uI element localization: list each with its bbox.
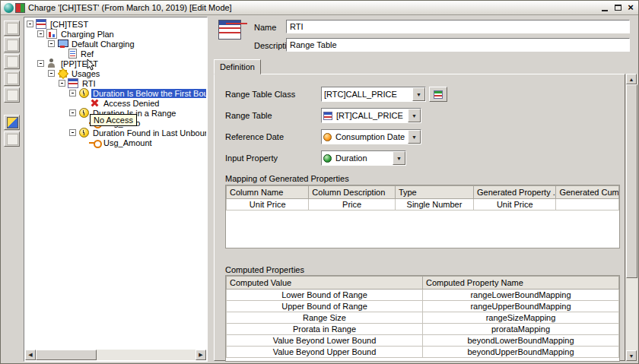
input-property-label: Input Property bbox=[225, 154, 278, 163]
tree-item-duration-last-unbounded[interactable]: Duration Found in Last Unbounded bbox=[25, 128, 206, 138]
range-table-class-label: Range Table Class bbox=[225, 90, 295, 99]
tree-item-charge[interactable]: [CH]TEST bbox=[25, 19, 206, 29]
tree-item-usages[interactable]: Usages bbox=[25, 68, 206, 78]
column-header[interactable]: Column Description bbox=[309, 186, 396, 199]
main-area: [CH]TEST Charging Plan Default Charging … bbox=[1, 15, 638, 363]
scrollbar-thumb[interactable] bbox=[626, 84, 637, 278]
column-header[interactable]: Computed Value bbox=[227, 277, 423, 290]
table-icon bbox=[323, 112, 332, 120]
name-field[interactable]: RTI bbox=[286, 20, 630, 33]
chevron-down-icon[interactable]: ▼ bbox=[412, 87, 425, 101]
table-icon bbox=[434, 90, 443, 99]
tree-item-duration-below-first-bound[interactable]: Duration Is Below the First Bound bbox=[25, 88, 206, 98]
tree-item-rti[interactable]: RTI bbox=[25, 78, 206, 88]
scrollbar-thumb[interactable] bbox=[36, 350, 97, 360]
maximize-icon bbox=[615, 5, 622, 11]
toolbar-button-7[interactable] bbox=[4, 131, 20, 147]
charge-grid-icon bbox=[36, 19, 46, 29]
collapse-toggle-icon[interactable] bbox=[37, 30, 44, 37]
computed-section-title: Computed Properties bbox=[225, 265, 304, 274]
collapse-toggle-icon[interactable] bbox=[69, 129, 76, 136]
tree-item-access-denied[interactable]: Access Denied bbox=[25, 98, 206, 108]
table-row[interactable]: Range Size rangeSizeMapping bbox=[227, 312, 619, 324]
tree-item-charging-plan[interactable]: Charging Plan bbox=[25, 29, 206, 39]
duration-clock-icon bbox=[78, 88, 89, 98]
column-header[interactable]: Type bbox=[395, 186, 473, 199]
input-property-combo[interactable]: Duration ▼ bbox=[321, 150, 406, 166]
chevron-down-icon[interactable]: ▼ bbox=[408, 130, 421, 144]
toolbar-button-5[interactable] bbox=[4, 87, 20, 103]
maximize-button[interactable] bbox=[612, 2, 624, 13]
reference-date-label: Reference Date bbox=[225, 132, 284, 141]
charge-window-icon bbox=[15, 3, 25, 13]
tree-panel: [CH]TEST Charging Plan Default Charging … bbox=[24, 17, 208, 362]
tree-item-price-plan[interactable]: [PP]TEST bbox=[25, 59, 206, 68]
scroll-up-icon[interactable]: ▲ bbox=[626, 74, 637, 84]
table-row[interactable]: Prorata in Range prorataMapping bbox=[227, 324, 619, 335]
table-row[interactable]: Value Beyond Upper Bound beyondUpperBoun… bbox=[227, 347, 619, 358]
range-table-icon bbox=[68, 78, 78, 88]
table-row[interactable]: Upper Bound of Range rangeUpperBoundMapp… bbox=[227, 301, 619, 312]
tab-definition[interactable]: Definition bbox=[214, 59, 261, 74]
scroll-right-icon[interactable]: ▶ bbox=[196, 350, 206, 360]
collapse-toggle-icon[interactable] bbox=[27, 21, 33, 27]
usages-icon bbox=[57, 68, 68, 78]
computed-table: Computed Value Computed Property Name Lo… bbox=[226, 276, 619, 358]
close-button[interactable] bbox=[625, 2, 637, 13]
mapping-section-title: Mapping of Generated Properties bbox=[225, 174, 349, 183]
scroll-left-icon[interactable]: ◀ bbox=[25, 350, 36, 360]
toolbar-button-2[interactable] bbox=[4, 37, 20, 52]
duration-clock-icon bbox=[78, 108, 89, 118]
table-row[interactable]: Value Beyond Lower Bound beyondLowerBoun… bbox=[227, 335, 619, 347]
collapse-toggle-icon[interactable] bbox=[37, 60, 44, 67]
description-field[interactable]: Range Table bbox=[286, 38, 630, 52]
collapse-toggle-icon[interactable] bbox=[69, 109, 76, 116]
consumption-date-icon bbox=[323, 133, 332, 141]
ref-icon bbox=[68, 49, 77, 59]
chevron-down-icon[interactable]: ▼ bbox=[393, 151, 405, 165]
minimize-icon bbox=[602, 10, 608, 11]
tree: [CH]TEST Charging Plan Default Charging … bbox=[25, 19, 206, 349]
collapse-toggle-icon[interactable] bbox=[69, 90, 76, 97]
toolbar-button-3[interactable] bbox=[4, 54, 20, 69]
toolbar-button-report[interactable] bbox=[4, 115, 20, 130]
definition-panel: Range Table Class [RTC]CALL_PRICE ▼ Rang… bbox=[214, 74, 625, 361]
detail-panel: Name RTI Description Range Table Definit… bbox=[212, 15, 637, 362]
tree-item-usg-amount-2[interactable]: Usg_Amount bbox=[25, 138, 206, 147]
tree-horizontal-scrollbar[interactable]: ◀ ▶ bbox=[25, 350, 206, 360]
range-table-combo[interactable]: [RT]CALL_PRICE ▼ bbox=[321, 108, 421, 123]
scroll-down-icon[interactable]: ▼ bbox=[626, 350, 637, 361]
duration-property-icon bbox=[323, 154, 332, 163]
column-header[interactable]: Computed Property Name bbox=[423, 277, 619, 290]
minimize-button[interactable] bbox=[599, 2, 611, 13]
column-header[interactable]: Generated Property ... bbox=[474, 186, 556, 199]
no-access-tooltip: No Access bbox=[90, 114, 137, 126]
collapse-toggle-icon[interactable] bbox=[48, 40, 55, 47]
range-table-large-icon bbox=[218, 20, 241, 40]
table-row[interactable]: Unit Price Price Single Number Unit Pric… bbox=[227, 199, 619, 210]
price-plan-icon bbox=[46, 59, 57, 68]
app-sphere-icon bbox=[4, 3, 14, 13]
collapse-toggle-icon[interactable] bbox=[59, 80, 65, 87]
range-table-class-combo[interactable]: [RTC]CALL_PRICE ▼ bbox=[321, 87, 426, 102]
table-row[interactable]: Lower Bound of Range rangeLowerBoundMapp… bbox=[227, 290, 619, 301]
tree-item-ref[interactable]: Ref bbox=[25, 49, 206, 59]
title-bar[interactable]: Charge '[CH]TEST' (From March 10, 2019) … bbox=[1, 1, 638, 15]
window-title: Charge '[CH]TEST' (From March 10, 2019) … bbox=[28, 3, 232, 12]
open-range-table-class-button[interactable] bbox=[429, 87, 447, 102]
tree-item-default-charging[interactable]: Default Charging bbox=[25, 39, 206, 49]
chevron-down-icon[interactable]: ▼ bbox=[408, 109, 421, 122]
collapse-toggle-icon[interactable] bbox=[48, 70, 55, 77]
toolbar-button-4[interactable] bbox=[4, 71, 20, 86]
range-table-label: Range Table bbox=[225, 111, 272, 120]
detail-vertical-scrollbar[interactable]: ▲ ▼ bbox=[626, 74, 637, 361]
reference-date-combo[interactable]: Consumption Date ▼ bbox=[321, 129, 421, 144]
toolbar-button-1[interactable] bbox=[4, 21, 20, 36]
computed-table-wrap: Computed Value Computed Property Name Lo… bbox=[225, 275, 620, 362]
name-label: Name bbox=[254, 23, 276, 32]
app-window: Charge '[CH]TEST' (From March 10, 2019) … bbox=[0, 0, 639, 364]
mapping-table-wrap: Column Name Column Description Type Gene… bbox=[225, 185, 620, 248]
column-header[interactable]: Generated Cumulati... bbox=[556, 186, 619, 199]
mouse-cursor-icon bbox=[87, 59, 96, 74]
column-header[interactable]: Column Name bbox=[227, 186, 309, 199]
